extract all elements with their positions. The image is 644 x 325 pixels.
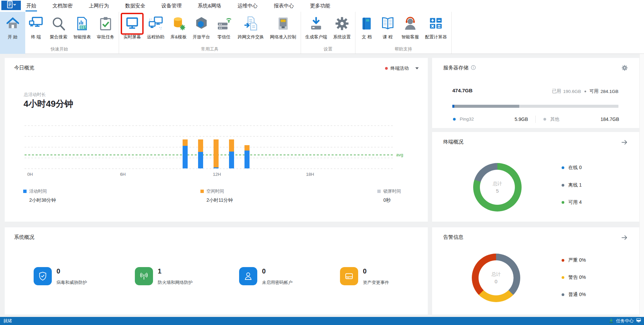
- shield-check-icon: [34, 267, 52, 285]
- system-item-0: 0病毒和威胁防护: [34, 267, 87, 286]
- arrow-right-icon[interactable]: [621, 234, 628, 242]
- legend-divider: [535, 116, 536, 123]
- bar-active-segment: [229, 152, 234, 168]
- panel-terminal-overview: 终端概况 总计 5 在线 0离线 1可用 4: [432, 132, 639, 222]
- ribbon-item-document-book[interactable]: 文 档: [357, 12, 377, 40]
- ribbon-item-system-settings[interactable]: 系统设置: [330, 12, 354, 40]
- ribbon-group-2: 生成客户端系统设置设置: [301, 12, 355, 54]
- x-tick-0H: 0H: [27, 172, 33, 177]
- ribbon-item-terminal[interactable]: 终 端: [25, 12, 47, 40]
- ribbon-item-label: 实时屏幕: [123, 34, 141, 40]
- ribbon-item-label: 开 始: [8, 34, 18, 40]
- course-book-icon: [380, 14, 395, 33]
- terminal-activity-filter-dropdown[interactable]: 终端活动: [385, 65, 419, 71]
- legend-dot: [562, 201, 564, 204]
- x-tick-6H: 6H: [120, 172, 126, 177]
- ribbon-item-search[interactable]: 聚合搜索: [47, 12, 70, 40]
- ribbon-item-label: 网络准入控制: [270, 34, 296, 40]
- ribbon-item-cross-network-exchange[interactable]: 跨网文件交换: [235, 12, 267, 40]
- ribbon-item-course-book[interactable]: 课 程: [377, 12, 399, 40]
- menu-tabs: 开始文档加密上网行为数据安全设备管理系统&网络运维中心报表中心更多功能: [26, 0, 330, 12]
- menu-tab-7[interactable]: 报表中心: [274, 0, 294, 12]
- bar-idle-segment: [214, 139, 219, 167]
- ribbon-item-label: 智能报表: [73, 34, 91, 40]
- storage-used-free: 已用 190.6GB 可用 284.1GB: [552, 88, 618, 94]
- ribbon-item-network-access-control[interactable]: 网络准入控制: [267, 12, 299, 40]
- menu-tab-8[interactable]: 更多功能: [310, 0, 330, 12]
- ribbon-item-approval-check[interactable]: 审批任务: [94, 12, 117, 40]
- donut-legend-item-1: 警告 0%: [562, 274, 586, 281]
- menu-tab-2[interactable]: 上网行为: [89, 0, 109, 12]
- cross-network-exchange-icon: [243, 14, 259, 33]
- chart-bar-13h: [229, 139, 234, 168]
- donut-legend-item-2: 可用 4: [562, 199, 582, 205]
- zero-trust-icon: [216, 14, 232, 33]
- ribbon-item-open-platform[interactable]: 开放平台: [190, 12, 213, 40]
- panel-server-storage: 服务器存储 474.7GB 已用 190.6GB 可用 284.1GB Ping…: [432, 58, 639, 128]
- menu-tab-0[interactable]: 开始: [26, 0, 36, 12]
- ribbon-item-zero-trust[interactable]: 零信任: [213, 12, 235, 40]
- ribbon-item-label: 库&模板: [171, 34, 187, 40]
- generate-client-icon: [309, 14, 324, 33]
- system-item-text: 0资产变更事件: [363, 267, 389, 286]
- ribbon-item-ai-support[interactable]: 智能客服: [399, 12, 422, 40]
- donut-legend-item-1: 离线 1: [562, 182, 582, 188]
- ribbon-item-remote-assist[interactable]: 远程协助: [144, 12, 167, 40]
- open-platform-icon: [194, 14, 209, 33]
- gear-icon[interactable]: [621, 65, 628, 72]
- donut-legend-item-0: 严重 0%: [562, 257, 586, 263]
- app-menu-button[interactable]: [1, 1, 21, 10]
- chart-gridline: [25, 147, 393, 148]
- panel-title-text: 服务器存储: [443, 65, 468, 70]
- ribbon-item-generate-client[interactable]: 生成客户端: [302, 12, 330, 40]
- x-tick-12H: 12H: [213, 172, 221, 177]
- legend-label: 警告 0%: [568, 274, 586, 281]
- system-item-label: 资产变更事件: [363, 280, 389, 286]
- ribbon-item-library-template[interactable]: 库&模板: [167, 12, 190, 40]
- library-template-icon: [171, 14, 186, 33]
- menu-tab-3[interactable]: 数据安全: [125, 0, 145, 12]
- legend-dot: [562, 184, 564, 187]
- donut-center-value: 0: [495, 279, 497, 284]
- menu-tab-6[interactable]: 运维中心: [237, 0, 258, 12]
- legend-label: 离线 1: [568, 182, 582, 188]
- system-item-count: 0: [262, 267, 293, 275]
- ribbon-item-live-screen[interactable]: 实时屏幕: [120, 12, 144, 40]
- legend-row: 锁屏时间: [377, 188, 401, 194]
- panel-title: 系统概况: [14, 234, 34, 240]
- storage-legend: Ping32 5.9GB 其他 184.7GB: [432, 115, 639, 123]
- used-value: 190.6GB: [563, 89, 581, 94]
- ribbon-group-3: 文 档课 程智能客服配置计算器帮助支持: [355, 12, 452, 54]
- scrollbar-track[interactable]: [639, 54, 644, 317]
- legend-row: 活动时间: [23, 188, 56, 194]
- ribbon-item-calculator[interactable]: 配置计算器: [422, 12, 450, 40]
- legend-label-other: 其他: [550, 115, 559, 123]
- system-item-3: 0资产变更事件: [340, 267, 389, 286]
- chart-gridline: [25, 158, 393, 158]
- menu-tab-4[interactable]: 设备管理: [161, 0, 182, 12]
- ribbon-item-smart-report[interactable]: 智能报表: [70, 12, 94, 40]
- ribbon-toolbar: 开 始终 端聚合搜索智能报表审批任务快速开始实时屏幕远程协助库&模板开放平台零信…: [0, 12, 644, 54]
- activity-bar-chart: [25, 125, 393, 169]
- chart-bar-11h: [198, 139, 203, 168]
- legend-dot: [562, 293, 564, 296]
- ribbon-group-label: 帮助支持: [355, 46, 451, 52]
- bar-active-segment: [183, 146, 188, 168]
- info-icon[interactable]: [471, 65, 476, 71]
- remote-assist-icon: [148, 14, 163, 33]
- ribbon-group-label: 设置: [301, 46, 355, 52]
- legend-label-ping32: Ping32: [460, 115, 474, 123]
- task-center-button[interactable]: 任务中心: [609, 317, 641, 325]
- ribbon-item-label: 配置计算器: [425, 34, 447, 40]
- menu-tab-1[interactable]: 文档加密: [52, 0, 73, 12]
- ribbon-item-label: 跨网文件交换: [238, 34, 264, 40]
- filter-status-dot: [385, 67, 388, 70]
- ribbon-item-label: 零信任: [217, 34, 230, 40]
- arrow-right-icon[interactable]: [621, 139, 628, 147]
- menu-tab-5[interactable]: 系统&网络: [198, 0, 221, 12]
- live-screen-icon: [124, 14, 140, 33]
- ping32-console: { "tabs": { "active_index": 0, "items": …: [0, 0, 644, 325]
- panel-title: 告警信息: [443, 234, 463, 240]
- chart-gridline: [25, 125, 393, 126]
- bar-active-segment: [214, 167, 219, 168]
